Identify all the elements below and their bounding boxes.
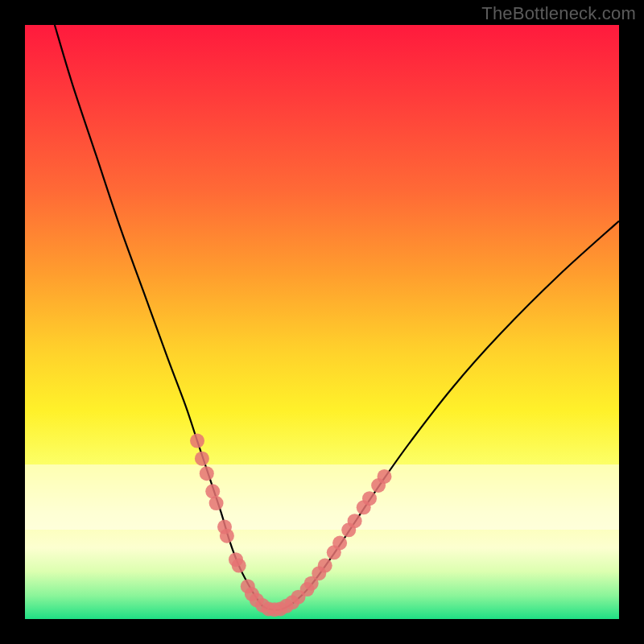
- marker-dot: [318, 559, 332, 573]
- marker-dot: [195, 452, 209, 466]
- marker-dot: [190, 434, 204, 448]
- plot-area: [25, 25, 619, 619]
- marker-dot: [332, 536, 347, 551]
- watermark-text: TheBottleneck.com: [481, 3, 636, 24]
- marker-dot: [348, 514, 362, 528]
- marker-dot: [378, 469, 392, 484]
- marker-dot: [209, 496, 224, 510]
- curve-layer: [25, 25, 619, 619]
- marker-dot: [362, 491, 377, 506]
- marker-dot: [232, 559, 246, 573]
- marker-group: [190, 434, 392, 617]
- chart-frame: TheBottleneck.com: [0, 0, 644, 644]
- marker-dot: [220, 529, 234, 543]
- marker-dot: [200, 466, 214, 481]
- bottleneck-curve: [55, 25, 619, 610]
